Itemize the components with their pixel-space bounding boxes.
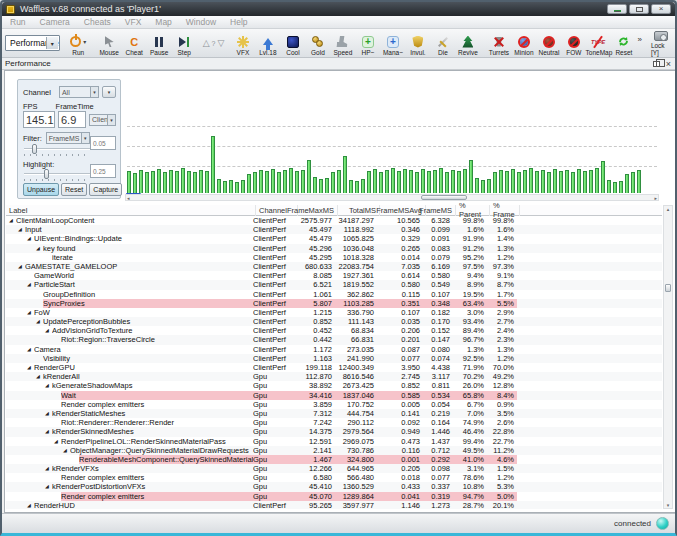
tree-collapse-icon[interactable]: ◢	[27, 234, 34, 243]
table-row[interactable]: ◢ParticleStartClientPerf6.5211819.5520.5…	[6, 280, 662, 289]
table-row[interactable]: Render complex emittersGpu6.580566.4800.…	[6, 473, 662, 482]
table-row[interactable]: ◢InputClientPerf45.4971118.9920.3460.099…	[6, 225, 662, 234]
table-row[interactable]: ◢ClientMainLoopContentClientPerf2575.977…	[6, 216, 662, 225]
highlight-slider-thumb[interactable]	[44, 169, 49, 179]
chevron-down-icon[interactable]: ▾	[90, 87, 98, 97]
col-pct-parent[interactable]: % Parent	[456, 205, 490, 216]
tree-collapse-icon[interactable]: ◢	[54, 437, 61, 446]
table-row[interactable]: ◢kGenerateShadowMapsGpu38.8922673.4250.8…	[6, 381, 662, 390]
chart-scrollbar[interactable]: ◂ ▸	[125, 194, 659, 201]
table-row[interactable]: Render complex emittersGpu45.0701289.864…	[6, 492, 662, 501]
tree-collapse-icon[interactable]: ◢	[27, 501, 34, 509]
table-scrollbar[interactable]: ▴ ▾	[663, 205, 673, 509]
triangle-down-icon[interactable]: ▽	[218, 38, 225, 48]
scroll-down-icon[interactable]: ▾	[664, 502, 672, 508]
invul-button[interactable]: Invul.	[405, 30, 430, 57]
chevron-down-icon[interactable]: ▾	[107, 115, 115, 125]
client-select[interactable]: Client ▾	[89, 114, 116, 126]
table-row[interactable]: ◢kRenderAllGpu112.8708616.5462.7453.1177…	[6, 372, 662, 381]
channel-menu-button[interactable]: ▾	[102, 86, 116, 98]
float-panel-icon[interactable]	[653, 61, 660, 67]
table-row[interactable]: ◢RenderPipelineLOL::RenderSkinnedMateria…	[6, 437, 662, 446]
channel-select[interactable]: All ▾	[59, 86, 99, 98]
tree-collapse-icon[interactable]: ◢	[45, 381, 52, 390]
menu-item-help[interactable]: Help	[230, 17, 247, 27]
col-label[interactable]: Label	[6, 205, 256, 216]
table-row[interactable]: VisibilityClientPerf1.163241.9900.0770.0…	[6, 354, 662, 363]
capture-button[interactable]: Capture	[89, 183, 122, 196]
lock-camera-button[interactable]: Lock [Y]	[649, 30, 674, 57]
tree-collapse-icon[interactable]: ◢	[36, 244, 43, 253]
highlight-threshold-field[interactable]: 0.25	[90, 164, 116, 178]
vfx-button[interactable]: VFX	[230, 30, 255, 57]
menu-item-map[interactable]: Map	[155, 17, 172, 27]
table-row[interactable]: RenderableMeshComponent::QuerySkinnedMat…	[6, 455, 662, 464]
table-row[interactable]: Render complex emittersGpu3.859170.7520.…	[6, 400, 662, 409]
gold-button[interactable]: Gold	[305, 30, 330, 57]
table-row[interactable]: Riot::Renderer::Renderer::RenderGpu7.242…	[6, 418, 662, 427]
cheat-button[interactable]: C Cheat	[122, 30, 147, 57]
close-button[interactable]: ×	[651, 4, 671, 14]
filter-select[interactable]: FrameMS ▾	[46, 132, 90, 144]
tree-collapse-icon[interactable]: ◢	[36, 372, 43, 381]
table-row[interactable]: Riot::Region::TraverseCircleClientPerf0.…	[6, 335, 662, 344]
col-framems[interactable]: FrameMS	[426, 205, 456, 216]
table-row[interactable]: GroupDefinitionClientPerf1.061362.8620.1…	[6, 290, 662, 299]
filter-slider-thumb[interactable]	[32, 144, 37, 154]
tree-collapse-icon[interactable]: ◢	[45, 464, 52, 473]
tree-collapse-icon[interactable]: ◢	[36, 317, 43, 326]
menu-item-cheats[interactable]: Cheats	[84, 17, 111, 27]
turrets-button[interactable]: Turrets	[486, 30, 511, 57]
tree-collapse-icon[interactable]: ◢	[45, 482, 52, 491]
tree-collapse-icon[interactable]: ◢	[45, 326, 52, 335]
pause-button[interactable]: Pause	[147, 30, 172, 57]
reset-capture-button[interactable]: Reset	[61, 183, 87, 196]
lvl18-button[interactable]: Lvl.18	[255, 30, 280, 57]
tree-collapse-icon[interactable]: ◢	[45, 427, 52, 436]
table-row[interactable]: ◢FoWClientPerf1.215336.7900.1070.1823.0%…	[6, 308, 662, 317]
minimize-button[interactable]	[607, 4, 627, 14]
fow-button[interactable]: FOW	[561, 30, 586, 57]
speed-button[interactable]: Speed	[330, 30, 355, 57]
neutral-button[interactable]: Neutral	[536, 30, 561, 57]
chevron-down-icon[interactable]: ▾	[81, 133, 89, 143]
run-button[interactable]: ▾ Run	[66, 30, 91, 57]
table-row[interactable]: GameWorldClientPerf8.0851927.3610.6140.5…	[6, 271, 662, 280]
filter-threshold-field[interactable]: 0.05	[90, 136, 116, 150]
table-row[interactable]: ◢ObjectManager::QuerySkinnedMaterialDraw…	[6, 446, 662, 455]
unpause-button[interactable]: Unpause	[23, 183, 59, 196]
hp-button[interactable]: + HP~	[355, 30, 380, 57]
menu-item-run[interactable]: Run	[10, 17, 26, 27]
toolbar-overflow-icon[interactable]: »	[637, 35, 641, 44]
chevron-down-icon[interactable]: ▾	[83, 38, 86, 45]
tree-collapse-icon[interactable]: ◢	[27, 308, 34, 317]
table-row[interactable]: ◢CameraClientPerf1.172273.0350.0870.0801…	[6, 345, 662, 354]
scroll-left-icon[interactable]: ◂	[127, 195, 130, 201]
table-row[interactable]: ◢kRenderStaticMeshesGpu7.312444.7540.141…	[6, 409, 662, 418]
highlight-slider[interactable]	[24, 169, 90, 181]
menu-item-vfx[interactable]: VFX	[125, 17, 142, 27]
reset-button[interactable]: Reset	[611, 30, 636, 57]
table-row[interactable]: SyncProxiesClientPerf5.8071103.2850.3510…	[6, 299, 662, 308]
step-button[interactable]: Step	[172, 30, 197, 57]
tonemap-button[interactable]: TYPE ToneMap	[586, 30, 611, 57]
table-row[interactable]: ◢AddVisionGridToTextureClientPerf0.45268…	[6, 326, 662, 335]
tree-collapse-icon[interactable]: ◢	[9, 216, 16, 225]
scroll-up-icon[interactable]: ▴	[664, 206, 672, 212]
table-row[interactable]: ◢GAMESTATE_GAMELOOPClientPerf680.6332208…	[6, 262, 662, 271]
table-row[interactable]: ◢RenderHUDClientPerf95.2653597.9771.1461…	[6, 501, 662, 509]
mode-select[interactable]: Performance ▾	[5, 35, 60, 51]
table-row[interactable]: ◢UIEvent::Bindings::UpdateClientPerf45.4…	[6, 234, 662, 243]
menu-item-camera[interactable]: Camera	[40, 17, 70, 27]
chart-scrollbar-thumb[interactable]	[421, 195, 467, 200]
tree-collapse-icon[interactable]: ◢	[18, 225, 25, 234]
maximize-button[interactable]	[629, 4, 649, 14]
mouse-button[interactable]: Mouse	[97, 30, 122, 57]
tree-collapse-icon[interactable]: ◢	[27, 363, 34, 372]
close-panel-icon[interactable]: ×	[666, 60, 671, 68]
chevron-down-icon[interactable]: ▾	[46, 37, 58, 49]
minion-button[interactable]: Minion	[511, 30, 536, 57]
mana-button[interactable]: + Mana~	[380, 30, 405, 57]
table-row[interactable]: ◢kRenderSkinnedMeshesGpu14.3752979.5640.…	[6, 427, 662, 436]
table-row[interactable]: ◢kRenderPostDistortionVFXsGpu45.4101360.…	[6, 482, 662, 491]
